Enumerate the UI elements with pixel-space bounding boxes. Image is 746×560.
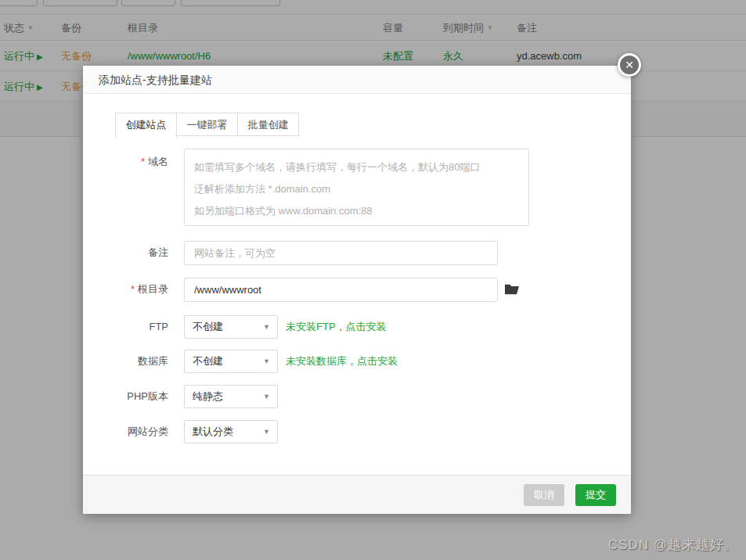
note-input[interactable]: [184, 241, 498, 265]
domain-input[interactable]: [184, 149, 529, 226]
cancel-button[interactable]: 取消: [524, 484, 564, 506]
ftp-label: FTP: [83, 315, 168, 339]
chevron-down-icon: ▼: [263, 421, 270, 443]
modal-header: 添加站点-支持批量建站: [83, 66, 631, 94]
site-category-select[interactable]: 默认分类 ▼: [184, 420, 278, 443]
php-version-select[interactable]: 纯静态 ▼: [184, 385, 278, 408]
csdn-watermark: CSDN @越来越好。: [608, 536, 738, 554]
modal-title: 添加站点-支持批量建站: [83, 66, 631, 94]
modal-footer: 取消 提交: [83, 475, 631, 514]
php-version-label: PHP版本: [83, 385, 168, 408]
modal-tabs: 创建站点 一键部署 批量创建: [115, 113, 299, 138]
ftp-install-hint[interactable]: 未安装FTP，点击安装: [286, 315, 387, 339]
required-mark: *: [131, 283, 135, 295]
close-icon[interactable]: ✕: [618, 53, 641, 77]
chevron-down-icon: ▼: [263, 386, 270, 407]
database-install-hint[interactable]: 未安装数据库，点击安装: [286, 350, 398, 373]
chevron-down-icon: ▼: [263, 316, 270, 338]
chevron-down-icon: ▼: [263, 350, 270, 372]
root-input[interactable]: [184, 278, 498, 302]
database-label: 数据库: [83, 350, 168, 373]
database-select[interactable]: 不创建 ▼: [184, 350, 278, 373]
site-category-label: 网站分类: [83, 420, 168, 443]
tab-create-site[interactable]: 创建站点: [115, 113, 177, 138]
note-label: 备注: [83, 241, 168, 264]
add-site-modal: 添加站点-支持批量建站 ✕ 创建站点 一键部署 批量创建 *域名 如需填写多个域…: [83, 66, 631, 514]
domain-label: *域名: [83, 149, 168, 175]
ftp-select[interactable]: 不创建 ▼: [184, 315, 278, 339]
root-label: *根目录: [83, 278, 168, 301]
tab-one-click-deploy[interactable]: 一键部署: [176, 113, 238, 136]
submit-button[interactable]: 提交: [575, 484, 616, 506]
folder-icon[interactable]: [505, 282, 519, 296]
tab-batch-create[interactable]: 批量创建: [237, 113, 299, 136]
required-mark: *: [141, 156, 145, 167]
